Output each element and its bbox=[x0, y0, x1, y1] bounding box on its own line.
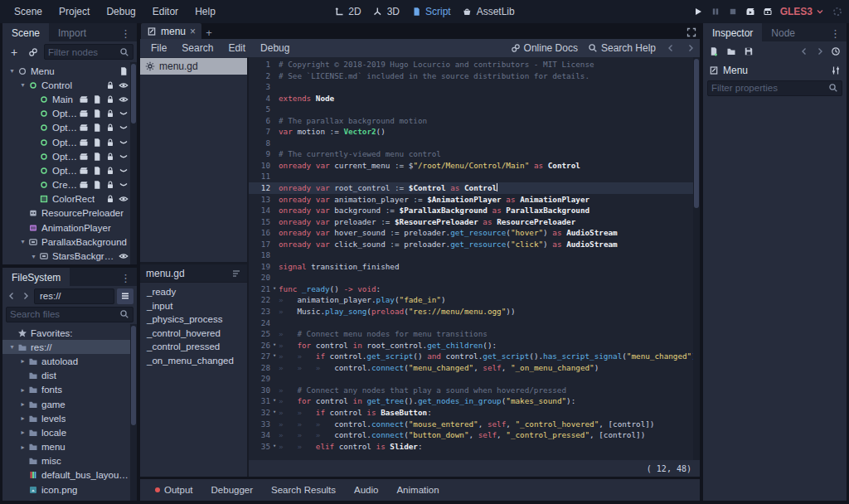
scene-node-options[interactable]: Options bbox=[2, 163, 130, 177]
code-line-2[interactable]: 2# See `LICENSE.md` included in the sour… bbox=[249, 70, 693, 82]
fs-item-locale[interactable]: ▸locale bbox=[2, 425, 130, 439]
script-icon[interactable] bbox=[91, 152, 102, 162]
fs-item-splash-png[interactable]: splash.png bbox=[2, 497, 130, 501]
fs-item-icon-png[interactable]: icon.png bbox=[2, 482, 130, 497]
scene-node-options[interactable]: Options bbox=[2, 121, 130, 135]
inspector-forward-icon[interactable] bbox=[815, 46, 825, 56]
script-icon[interactable] bbox=[91, 109, 102, 119]
script-icon[interactable] bbox=[91, 180, 102, 190]
fs-item-misc[interactable]: misc bbox=[2, 454, 130, 468]
movie-icon[interactable] bbox=[78, 152, 89, 162]
search-files-input[interactable] bbox=[10, 309, 119, 319]
script-forward-icon[interactable] bbox=[686, 43, 696, 53]
scene-node-options[interactable]: Options bbox=[2, 107, 130, 121]
scene-node-animationplayer[interactable]: AnimationPlayer bbox=[2, 220, 130, 235]
new-resource-button[interactable] bbox=[709, 46, 719, 56]
scene-node-colorrect[interactable]: ColorRect bbox=[2, 192, 130, 206]
scene-node-control[interactable]: ▾Control bbox=[2, 78, 130, 92]
movie-icon[interactable] bbox=[78, 109, 89, 119]
code-line-29[interactable]: 29 bbox=[249, 373, 693, 385]
pause-button[interactable] bbox=[711, 7, 720, 17]
workspace-3d[interactable]: 3D bbox=[373, 6, 400, 17]
tab-import[interactable]: Import bbox=[49, 23, 95, 41]
bottom-tab-output[interactable]: Output bbox=[147, 482, 201, 498]
movie-icon[interactable] bbox=[78, 123, 89, 133]
tree-arrow-icon[interactable]: ▸ bbox=[18, 400, 27, 408]
workspace-2d[interactable]: 2D bbox=[334, 6, 361, 17]
code-line-28[interactable]: 28» » » control.connect("menu_changed", … bbox=[249, 362, 693, 374]
scene-node-menu[interactable]: ▾Menu bbox=[2, 64, 130, 78]
fs-item-favorites[interactable]: Favorites: bbox=[2, 326, 130, 340]
eyeclosed-icon[interactable] bbox=[118, 109, 129, 119]
member-control-pressed[interactable]: _control_pressed bbox=[140, 340, 247, 354]
scene-tab-menu[interactable]: menu × bbox=[141, 23, 201, 39]
extra-tools-icon[interactable] bbox=[831, 65, 841, 75]
code-line-35[interactable]: 35▾» » elif control is Slider: bbox=[249, 441, 693, 453]
menu-help[interactable]: Help bbox=[187, 3, 223, 20]
lock-icon[interactable] bbox=[104, 109, 115, 119]
fs-item-fonts[interactable]: ▸fonts bbox=[2, 383, 130, 397]
code-line-32[interactable]: 32▾» » if control is BaseButton: bbox=[249, 407, 693, 419]
inspector-back-icon[interactable] bbox=[799, 46, 809, 56]
code-line-13[interactable]: 13onready var animation_player := $Anima… bbox=[249, 194, 693, 206]
eye-icon[interactable] bbox=[118, 94, 129, 104]
script-menu-search[interactable]: Search bbox=[175, 40, 220, 56]
code-line-4[interactable]: 4extends Node bbox=[249, 93, 693, 104]
fs-item-levels[interactable]: ▸levels bbox=[2, 411, 130, 425]
code-line-11[interactable]: 11 bbox=[249, 171, 693, 182]
load-resource-button[interactable] bbox=[726, 46, 736, 56]
eye-icon[interactable] bbox=[118, 194, 129, 204]
members-header[interactable]: menu.gd bbox=[140, 264, 247, 283]
scene-node-credits[interactable]: Credits bbox=[2, 178, 130, 192]
tree-arrow-icon[interactable]: ▾ bbox=[18, 238, 27, 245]
script-back-icon[interactable] bbox=[666, 43, 676, 53]
play-button[interactable] bbox=[693, 7, 703, 17]
code-line-8[interactable]: 8 bbox=[249, 138, 693, 149]
tab-node[interactable]: Node bbox=[762, 23, 804, 41]
eyeclosed-icon[interactable] bbox=[118, 152, 129, 162]
filter-properties-input[interactable] bbox=[711, 83, 828, 93]
code-line-3[interactable]: 3 bbox=[249, 81, 693, 93]
online-docs-button[interactable]: Online Docs bbox=[511, 42, 578, 54]
code-line-27[interactable]: 27▾» » if control.get_script() and contr… bbox=[249, 351, 693, 362]
code-line-33[interactable]: 33» » » control.connect("mouse_entered",… bbox=[249, 419, 693, 430]
scene-node-starsbackground[interactable]: ▾StarsBackground bbox=[2, 249, 130, 263]
play-scene-button[interactable] bbox=[745, 7, 755, 17]
fold-arrow-icon[interactable]: ▾ bbox=[270, 340, 279, 351]
menu-project[interactable]: Project bbox=[51, 3, 97, 20]
script-menu-file[interactable]: File bbox=[144, 40, 173, 56]
script-icon[interactable] bbox=[118, 66, 129, 76]
script-icon[interactable] bbox=[91, 123, 102, 133]
code-line-22[interactable]: 22» animation_player.play("fade_in") bbox=[249, 294, 693, 306]
lock-icon[interactable] bbox=[104, 152, 115, 162]
eye-icon[interactable] bbox=[118, 251, 129, 261]
code-line-10[interactable]: 10onready var current_menu := $"/root/Me… bbox=[249, 160, 693, 172]
filesystem-scrollbar[interactable] bbox=[130, 324, 137, 501]
member-on-menu-changed[interactable]: _on_menu_changed bbox=[140, 354, 247, 368]
eyeclosed-icon[interactable] bbox=[118, 138, 129, 148]
code-line-19[interactable]: 19signal transition_finished bbox=[249, 261, 693, 273]
tree-arrow-icon[interactable]: ▸ bbox=[18, 443, 27, 451]
script-menu-edit[interactable]: Edit bbox=[221, 40, 252, 56]
instance-scene-button[interactable] bbox=[25, 44, 41, 60]
lock-icon[interactable] bbox=[104, 194, 115, 204]
member-physics-process[interactable]: _physics_process bbox=[140, 313, 247, 327]
code-line-14[interactable]: 14onready var background := $ParallaxBac… bbox=[249, 205, 693, 216]
open-script-menu-gd[interactable]: menu.gd bbox=[140, 58, 247, 75]
script-icon[interactable] bbox=[91, 94, 102, 104]
code-line-21[interactable]: 21▾func _ready() -> void: bbox=[249, 284, 693, 295]
scene-tree-scrollbar[interactable] bbox=[130, 62, 137, 264]
new-scene-tab-button[interactable]: + bbox=[201, 27, 216, 39]
scene-node-options[interactable]: Options bbox=[2, 149, 130, 163]
view-mode-toggle[interactable] bbox=[117, 288, 133, 304]
bottom-tab-animation[interactable]: Animation bbox=[388, 482, 447, 498]
menu-scene[interactable]: Scene bbox=[7, 3, 50, 20]
tree-arrow-icon[interactable]: ▸ bbox=[18, 414, 27, 422]
script-menu-debug[interactable]: Debug bbox=[254, 40, 296, 56]
save-resource-button[interactable] bbox=[744, 46, 754, 56]
sort-members-icon[interactable] bbox=[231, 269, 241, 279]
lock-icon[interactable] bbox=[104, 123, 115, 133]
code-line-7[interactable]: 7var motion := Vector2() bbox=[249, 126, 693, 138]
lock-icon[interactable] bbox=[104, 180, 115, 190]
play-custom-scene-button[interactable] bbox=[763, 7, 773, 17]
